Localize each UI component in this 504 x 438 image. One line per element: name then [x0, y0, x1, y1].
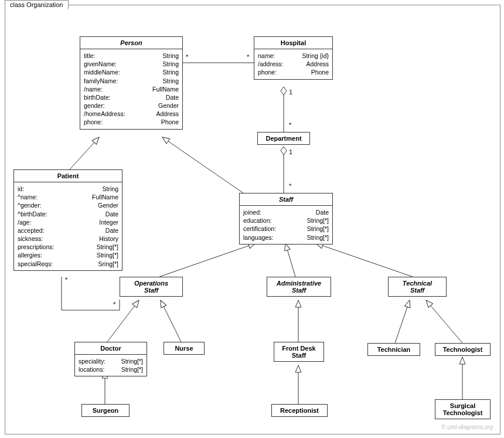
class-doctor-name: Doctor [75, 342, 147, 354]
class-receptionist: Receptionist [271, 404, 328, 417]
mult-hospital-dept-top: 1 [289, 89, 292, 96]
class-operations-staff: Operations Staff [120, 277, 183, 297]
class-surgtech-name: Surgical Technologist [435, 400, 490, 419]
class-surgeon-name: Surgeon [82, 405, 129, 416]
class-hospital: Hospital name:String {id}/address:Addres… [254, 36, 333, 80]
class-frontdesk-name-line1: Front Desk [282, 345, 315, 352]
class-admin-name: Administrative Staff [267, 277, 331, 296]
class-nurse: Nurse [164, 342, 205, 355]
class-ops-name: Operations Staff [120, 277, 182, 296]
svg-line-9 [161, 300, 181, 342]
class-patient-name: Patient [14, 170, 122, 182]
frame-title: class Organization [5, 0, 69, 9]
class-patient: Patient id:String^name:FullName^gender:G… [13, 169, 122, 271]
mult-person-hospital-left: * [186, 53, 188, 60]
class-tech-name-line1: Technical [403, 280, 432, 287]
class-frontdesk-staff: Front Desk Staff [274, 342, 324, 362]
class-receptionist-name: Receptionist [272, 405, 327, 416]
class-staff-attrs: joined:Dateeducation:String[*]certificat… [240, 205, 332, 244]
mult-hospital-dept-bot: * [289, 121, 291, 128]
class-person-name: Person [80, 37, 182, 49]
svg-line-3 [70, 137, 99, 169]
svg-line-12 [426, 300, 462, 343]
mult-dept-staff-bot: * [289, 182, 291, 189]
class-tech-name-line2: Staff [410, 287, 424, 294]
class-technician: Technician [367, 343, 420, 356]
class-frontdesk-name-line2: Staff [292, 352, 306, 359]
svg-line-8 [107, 300, 139, 342]
class-hospital-attrs: name:String {id}/address:Addressphone:Ph… [254, 49, 332, 79]
svg-line-6 [285, 243, 295, 277]
class-ops-name-line2: Staff [144, 287, 158, 294]
class-admin-staff: Administrative Staff [267, 277, 331, 297]
class-nurse-name: Nurse [164, 342, 204, 354]
diagram-frame: class Organization [5, 5, 500, 434]
svg-line-11 [395, 300, 410, 343]
class-technologist: Technologist [435, 343, 491, 356]
class-patient-attrs: id:String^name:FullName^gender:Gender^bi… [14, 182, 122, 270]
class-surgtech-name-line2: Technologist [443, 409, 483, 416]
class-doctor-attrs: speciality:String[*]locations:String[*] [75, 354, 147, 376]
class-staff: Staff joined:Dateeducation:String[*]cert… [239, 193, 333, 245]
class-person-attrs: title:StringgivenName:StringmiddleName:S… [80, 49, 182, 129]
class-surgical-technologist: Surgical Technologist [435, 399, 491, 419]
svg-line-4 [162, 137, 247, 196]
class-admin-name-line1: Administrative [277, 280, 321, 287]
class-ops-name-line1: Operations [134, 280, 168, 287]
class-technologist-name: Technologist [435, 344, 490, 355]
svg-line-7 [316, 243, 413, 277]
class-department: Department [257, 132, 310, 145]
class-person: Person title:StringgivenName:Stringmiddl… [80, 36, 183, 130]
class-tech-name: Technical Staff [389, 277, 446, 296]
mult-patient-ops-left: * [65, 276, 67, 283]
class-doctor: Doctor speciality:String[*]locations:Str… [74, 342, 147, 376]
class-surgeon: Surgeon [81, 404, 130, 417]
class-surgtech-name-line1: Surgical [450, 402, 475, 409]
mult-person-hospital-right: * [247, 53, 249, 60]
class-admin-name-line2: Staff [292, 287, 306, 294]
class-department-name: Department [258, 133, 309, 144]
mult-dept-staff-top: 1 [289, 148, 292, 155]
class-staff-name: Staff [240, 193, 332, 205]
mult-patient-ops-right: * [113, 301, 115, 308]
watermark: © uml-diagrams.org [441, 424, 493, 430]
svg-line-5 [159, 243, 256, 277]
class-technician-name: Technician [368, 344, 420, 355]
class-hospital-name: Hospital [254, 37, 332, 49]
class-tech-staff: Technical Staff [388, 277, 447, 297]
class-frontdesk-name: Front Desk Staff [274, 342, 323, 361]
